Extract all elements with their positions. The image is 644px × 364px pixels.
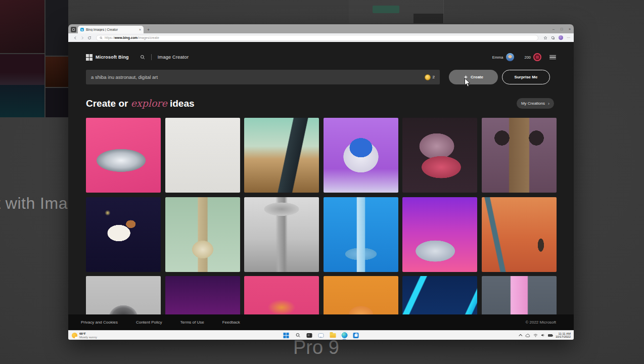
url-bar[interactable]: https://www.bing.com/images/create: [96, 35, 538, 41]
prompt-row: 2 Create Surprise Me: [86, 70, 556, 84]
gallery-tile[interactable]: [402, 197, 477, 272]
gallery-tile[interactable]: [86, 118, 161, 193]
image-creator-page: Microsoft Bing Image Creator Emma 200: [68, 42, 574, 330]
page-footer: Privacy and Cookies Content Policy Terms…: [68, 314, 574, 330]
gallery-tile[interactable]: [244, 118, 319, 193]
gallery-tile[interactable]: [324, 118, 398, 193]
gallery-tile[interactable]: [482, 197, 557, 272]
window-controls: – □ ×: [549, 24, 574, 33]
surprise-me-button[interactable]: Surprise Me: [502, 70, 550, 84]
gallery-tile[interactable]: [244, 197, 319, 272]
store-button[interactable]: [352, 332, 360, 339]
desktop-background: t with Ima Pro 9 b Bing Images | Creator…: [0, 0, 644, 364]
tab-close-icon[interactable]: ×: [139, 28, 141, 31]
file-explorer-button[interactable]: [329, 332, 337, 339]
hero-title: Create or explore ideas: [86, 98, 195, 109]
task-view-button[interactable]: [306, 332, 313, 339]
store-icon: [353, 333, 359, 338]
search-icon: [295, 333, 300, 338]
mouse-cursor: [464, 78, 471, 87]
prompt-input[interactable]: [91, 74, 425, 80]
weather-sun-icon: [72, 333, 77, 338]
folder-icon: [330, 333, 336, 338]
rewards-icon[interactable]: [533, 53, 541, 61]
gallery-tile[interactable]: [165, 197, 240, 272]
bg-collage-tile: [0, 0, 44, 53]
bg-collage-tile: [45, 88, 68, 117]
weather-widget[interactable]: 68°F Mostly sunny: [72, 331, 97, 340]
user-name[interactable]: Emma: [492, 55, 503, 60]
gallery-tile[interactable]: [402, 118, 477, 193]
close-icon[interactable]: ×: [566, 27, 574, 31]
windows-logo-icon: [284, 333, 289, 338]
clock-date: 10/17/2022: [556, 335, 571, 338]
gallery-tile[interactable]: [482, 118, 557, 193]
bing-favicon: b: [80, 28, 84, 31]
rewards-points[interactable]: 200: [524, 55, 531, 60]
bg-divider-line: [443, 0, 444, 23]
start-button[interactable]: [283, 332, 290, 339]
collections-icon[interactable]: [551, 36, 555, 40]
copyright-text: © 2022 Microsoft: [525, 320, 556, 325]
bg-collage-tile: [45, 57, 68, 87]
back-icon[interactable]: [72, 35, 79, 41]
hero-row: Create or explore ideas My Creations ›: [86, 98, 556, 111]
microsoft-logo-icon: [86, 54, 93, 61]
edge-button[interactable]: [341, 332, 348, 339]
favorites-star-icon[interactable]: [543, 36, 547, 40]
wifi-icon[interactable]: [533, 334, 538, 337]
battery-icon[interactable]: [548, 334, 553, 337]
bg-collage-tile: [0, 85, 44, 117]
browser-menu-icon[interactable]: ⋯: [567, 36, 570, 40]
footer-link-privacy[interactable]: Privacy and Cookies: [81, 320, 118, 325]
refresh-icon[interactable]: [86, 35, 93, 41]
gallery-tile[interactable]: [165, 118, 240, 193]
boost-count: 2: [433, 75, 435, 79]
boost-coin-icon: [425, 74, 431, 80]
browser-tab[interactable]: b Bing Images | Creator ×: [78, 26, 144, 33]
url-search-icon: [100, 36, 103, 39]
navbar-actions: ⋯: [543, 35, 570, 40]
browser-navbar: https://www.bing.com/images/create ⋯: [68, 33, 574, 42]
chat-button[interactable]: [317, 332, 325, 339]
minimize-icon[interactable]: –: [549, 27, 558, 31]
bg-teal-badge: [373, 6, 399, 13]
hamburger-menu-icon[interactable]: [549, 55, 556, 60]
tab-strip: b Bing Images | Creator × + – □ ×: [68, 24, 574, 33]
taskbar-search[interactable]: [294, 332, 302, 339]
forward-icon[interactable]: [79, 35, 86, 41]
footer-link-feedback[interactable]: Feedback: [222, 320, 240, 325]
taskbar-apps: [283, 331, 360, 340]
task-view-icon: [307, 333, 312, 338]
tray-overflow-icon[interactable]: [519, 334, 522, 337]
hero-accent-word: explore: [131, 98, 167, 109]
maximize-icon[interactable]: □: [558, 27, 566, 31]
system-tray: 11:11 AM 10/17/2022: [520, 331, 571, 340]
gallery-tile[interactable]: [324, 197, 398, 272]
taskbar-clock[interactable]: 11:11 AM 10/17/2022: [556, 332, 571, 339]
tab-title: Bing Images | Creator: [86, 28, 137, 31]
volume-icon[interactable]: [541, 333, 545, 337]
idea-gallery: [86, 118, 556, 330]
url-text: https://www.bing.com/images/create: [105, 36, 159, 39]
search-icon[interactable]: [140, 55, 145, 60]
browser-window: b Bing Images | Creator × + – □ × https:…: [68, 24, 574, 340]
user-avatar[interactable]: [506, 53, 514, 61]
prompt-field: 2: [86, 70, 440, 84]
onedrive-cloud-icon[interactable]: [525, 334, 530, 337]
chevron-right-icon: ›: [548, 101, 549, 106]
create-button[interactable]: Create: [449, 70, 498, 84]
footer-link-terms[interactable]: Terms of Use: [180, 320, 204, 325]
my-creations-button[interactable]: My Creations ›: [517, 98, 554, 109]
weather-condition: Mostly sunny: [79, 336, 97, 339]
edge-icon: [341, 332, 347, 338]
gallery-tile[interactable]: [86, 197, 161, 272]
bg-cutoff-text-left: t with Ima: [0, 194, 68, 213]
bg-cutoff-text-bottom: Pro 9: [293, 337, 339, 358]
brand-title[interactable]: Microsoft Bing: [96, 55, 129, 60]
new-tab-button[interactable]: +: [147, 28, 150, 32]
clock-time: 11:11 AM: [559, 332, 571, 335]
footer-link-content-policy[interactable]: Content Policy: [136, 320, 162, 325]
browser-profile-avatar[interactable]: [559, 35, 563, 40]
tab-actions-icon[interactable]: [71, 27, 76, 32]
